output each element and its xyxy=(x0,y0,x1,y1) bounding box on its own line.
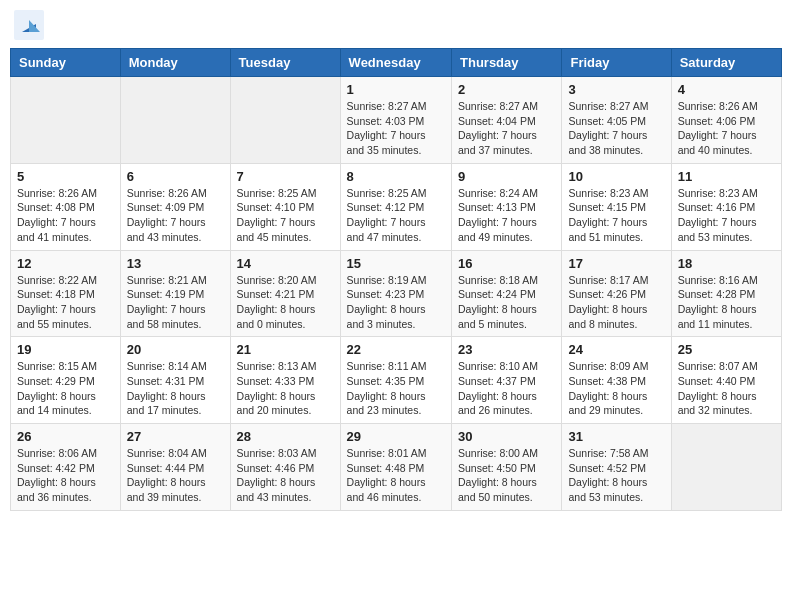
calendar-cell: 9Sunrise: 8:24 AMSunset: 4:13 PMDaylight… xyxy=(452,163,562,250)
calendar-cell: 26Sunrise: 8:06 AMSunset: 4:42 PMDayligh… xyxy=(11,424,121,511)
day-info: Sunrise: 8:13 AMSunset: 4:33 PMDaylight:… xyxy=(237,359,334,418)
day-number: 12 xyxy=(17,256,114,271)
calendar-cell: 29Sunrise: 8:01 AMSunset: 4:48 PMDayligh… xyxy=(340,424,451,511)
day-info: Sunrise: 8:27 AMSunset: 4:05 PMDaylight:… xyxy=(568,99,664,158)
calendar-cell: 17Sunrise: 8:17 AMSunset: 4:26 PMDayligh… xyxy=(562,250,671,337)
day-number: 21 xyxy=(237,342,334,357)
calendar-cell: 15Sunrise: 8:19 AMSunset: 4:23 PMDayligh… xyxy=(340,250,451,337)
calendar-cell: 21Sunrise: 8:13 AMSunset: 4:33 PMDayligh… xyxy=(230,337,340,424)
calendar-cell: 4Sunrise: 8:26 AMSunset: 4:06 PMDaylight… xyxy=(671,77,781,164)
day-info: Sunrise: 8:20 AMSunset: 4:21 PMDaylight:… xyxy=(237,273,334,332)
day-number: 27 xyxy=(127,429,224,444)
calendar-cell: 2Sunrise: 8:27 AMSunset: 4:04 PMDaylight… xyxy=(452,77,562,164)
weekday-header: Tuesday xyxy=(230,49,340,77)
day-info: Sunrise: 8:16 AMSunset: 4:28 PMDaylight:… xyxy=(678,273,775,332)
calendar-cell: 8Sunrise: 8:25 AMSunset: 4:12 PMDaylight… xyxy=(340,163,451,250)
day-info: Sunrise: 8:25 AMSunset: 4:12 PMDaylight:… xyxy=(347,186,445,245)
weekday-header: Wednesday xyxy=(340,49,451,77)
calendar-cell: 1Sunrise: 8:27 AMSunset: 4:03 PMDaylight… xyxy=(340,77,451,164)
calendar-week-row: 19Sunrise: 8:15 AMSunset: 4:29 PMDayligh… xyxy=(11,337,782,424)
day-number: 1 xyxy=(347,82,445,97)
calendar-cell: 13Sunrise: 8:21 AMSunset: 4:19 PMDayligh… xyxy=(120,250,230,337)
calendar-week-row: 1Sunrise: 8:27 AMSunset: 4:03 PMDaylight… xyxy=(11,77,782,164)
calendar-cell: 11Sunrise: 8:23 AMSunset: 4:16 PMDayligh… xyxy=(671,163,781,250)
day-number: 23 xyxy=(458,342,555,357)
calendar-cell: 19Sunrise: 8:15 AMSunset: 4:29 PMDayligh… xyxy=(11,337,121,424)
day-info: Sunrise: 8:23 AMSunset: 4:15 PMDaylight:… xyxy=(568,186,664,245)
day-number: 10 xyxy=(568,169,664,184)
day-number: 6 xyxy=(127,169,224,184)
calendar-cell xyxy=(11,77,121,164)
day-info: Sunrise: 7:58 AMSunset: 4:52 PMDaylight:… xyxy=(568,446,664,505)
calendar-cell xyxy=(120,77,230,164)
weekday-header: Thursday xyxy=(452,49,562,77)
logo xyxy=(14,10,48,40)
weekday-header: Sunday xyxy=(11,49,121,77)
day-info: Sunrise: 8:21 AMSunset: 4:19 PMDaylight:… xyxy=(127,273,224,332)
calendar-cell xyxy=(230,77,340,164)
calendar-week-row: 5Sunrise: 8:26 AMSunset: 4:08 PMDaylight… xyxy=(11,163,782,250)
day-info: Sunrise: 8:27 AMSunset: 4:03 PMDaylight:… xyxy=(347,99,445,158)
day-info: Sunrise: 8:22 AMSunset: 4:18 PMDaylight:… xyxy=(17,273,114,332)
calendar-cell: 6Sunrise: 8:26 AMSunset: 4:09 PMDaylight… xyxy=(120,163,230,250)
calendar-cell: 16Sunrise: 8:18 AMSunset: 4:24 PMDayligh… xyxy=(452,250,562,337)
calendar-cell: 5Sunrise: 8:26 AMSunset: 4:08 PMDaylight… xyxy=(11,163,121,250)
day-number: 7 xyxy=(237,169,334,184)
calendar-cell: 24Sunrise: 8:09 AMSunset: 4:38 PMDayligh… xyxy=(562,337,671,424)
day-number: 31 xyxy=(568,429,664,444)
day-info: Sunrise: 8:17 AMSunset: 4:26 PMDaylight:… xyxy=(568,273,664,332)
day-info: Sunrise: 8:03 AMSunset: 4:46 PMDaylight:… xyxy=(237,446,334,505)
day-info: Sunrise: 8:09 AMSunset: 4:38 PMDaylight:… xyxy=(568,359,664,418)
day-number: 9 xyxy=(458,169,555,184)
day-info: Sunrise: 8:04 AMSunset: 4:44 PMDaylight:… xyxy=(127,446,224,505)
calendar-week-row: 26Sunrise: 8:06 AMSunset: 4:42 PMDayligh… xyxy=(11,424,782,511)
calendar-cell: 18Sunrise: 8:16 AMSunset: 4:28 PMDayligh… xyxy=(671,250,781,337)
calendar-week-row: 12Sunrise: 8:22 AMSunset: 4:18 PMDayligh… xyxy=(11,250,782,337)
day-number: 25 xyxy=(678,342,775,357)
day-number: 8 xyxy=(347,169,445,184)
day-number: 22 xyxy=(347,342,445,357)
day-info: Sunrise: 8:24 AMSunset: 4:13 PMDaylight:… xyxy=(458,186,555,245)
day-info: Sunrise: 8:26 AMSunset: 4:06 PMDaylight:… xyxy=(678,99,775,158)
day-number: 16 xyxy=(458,256,555,271)
day-info: Sunrise: 8:23 AMSunset: 4:16 PMDaylight:… xyxy=(678,186,775,245)
day-info: Sunrise: 8:10 AMSunset: 4:37 PMDaylight:… xyxy=(458,359,555,418)
day-info: Sunrise: 8:19 AMSunset: 4:23 PMDaylight:… xyxy=(347,273,445,332)
day-number: 26 xyxy=(17,429,114,444)
weekday-header: Monday xyxy=(120,49,230,77)
day-info: Sunrise: 8:01 AMSunset: 4:48 PMDaylight:… xyxy=(347,446,445,505)
calendar: SundayMondayTuesdayWednesdayThursdayFrid… xyxy=(10,48,782,511)
calendar-header-row: SundayMondayTuesdayWednesdayThursdayFrid… xyxy=(11,49,782,77)
day-info: Sunrise: 8:07 AMSunset: 4:40 PMDaylight:… xyxy=(678,359,775,418)
logo-icon xyxy=(14,10,44,40)
day-number: 20 xyxy=(127,342,224,357)
weekday-header: Friday xyxy=(562,49,671,77)
page-header xyxy=(10,10,782,40)
calendar-cell: 30Sunrise: 8:00 AMSunset: 4:50 PMDayligh… xyxy=(452,424,562,511)
day-info: Sunrise: 8:06 AMSunset: 4:42 PMDaylight:… xyxy=(17,446,114,505)
day-info: Sunrise: 8:27 AMSunset: 4:04 PMDaylight:… xyxy=(458,99,555,158)
day-info: Sunrise: 8:00 AMSunset: 4:50 PMDaylight:… xyxy=(458,446,555,505)
day-number: 18 xyxy=(678,256,775,271)
day-number: 2 xyxy=(458,82,555,97)
day-info: Sunrise: 8:11 AMSunset: 4:35 PMDaylight:… xyxy=(347,359,445,418)
day-number: 24 xyxy=(568,342,664,357)
day-number: 30 xyxy=(458,429,555,444)
calendar-cell: 31Sunrise: 7:58 AMSunset: 4:52 PMDayligh… xyxy=(562,424,671,511)
calendar-cell: 23Sunrise: 8:10 AMSunset: 4:37 PMDayligh… xyxy=(452,337,562,424)
calendar-cell: 3Sunrise: 8:27 AMSunset: 4:05 PMDaylight… xyxy=(562,77,671,164)
weekday-header: Saturday xyxy=(671,49,781,77)
calendar-cell: 12Sunrise: 8:22 AMSunset: 4:18 PMDayligh… xyxy=(11,250,121,337)
calendar-cell: 10Sunrise: 8:23 AMSunset: 4:15 PMDayligh… xyxy=(562,163,671,250)
calendar-cell: 20Sunrise: 8:14 AMSunset: 4:31 PMDayligh… xyxy=(120,337,230,424)
day-number: 19 xyxy=(17,342,114,357)
calendar-cell: 7Sunrise: 8:25 AMSunset: 4:10 PMDaylight… xyxy=(230,163,340,250)
calendar-cell: 27Sunrise: 8:04 AMSunset: 4:44 PMDayligh… xyxy=(120,424,230,511)
calendar-cell: 14Sunrise: 8:20 AMSunset: 4:21 PMDayligh… xyxy=(230,250,340,337)
calendar-cell xyxy=(671,424,781,511)
day-number: 29 xyxy=(347,429,445,444)
day-info: Sunrise: 8:26 AMSunset: 4:08 PMDaylight:… xyxy=(17,186,114,245)
day-number: 4 xyxy=(678,82,775,97)
day-info: Sunrise: 8:15 AMSunset: 4:29 PMDaylight:… xyxy=(17,359,114,418)
calendar-cell: 28Sunrise: 8:03 AMSunset: 4:46 PMDayligh… xyxy=(230,424,340,511)
